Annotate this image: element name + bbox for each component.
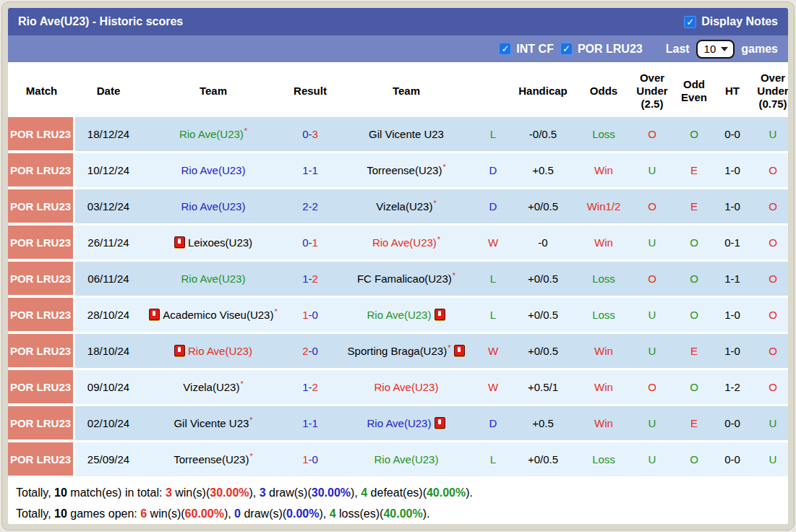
over-under-075-cell: O: [750, 298, 788, 332]
summary-segment: 10: [54, 507, 67, 520]
summary-segment: 6: [140, 507, 147, 520]
date-cell: 03/12/24: [75, 189, 142, 223]
home-team-name: Rio Ave(U23): [179, 128, 244, 140]
red-card-icon: [149, 309, 160, 320]
away-team-cell: Gil Vicente U23: [335, 117, 477, 151]
odds-cell: Loss: [577, 117, 630, 151]
summary-segment: 4: [330, 507, 336, 520]
table-row: POR LRU2302/10/24Gil Vicente U23*1-1Rio …: [8, 406, 788, 440]
date-cell: 09/10/24: [75, 370, 142, 404]
red-card-icon: [435, 417, 445, 429]
ht-score-cell: 0-0: [714, 442, 750, 476]
summary-segment: Totally,: [16, 507, 54, 520]
last-games-value: 10: [704, 43, 716, 55]
home-team-cell: Rio Ave(U23)*: [142, 117, 285, 151]
title-bar: Rio Ave(U23) - Historic scores ✓ Display…: [8, 8, 788, 35]
summary-segment: 10: [54, 486, 67, 499]
away-score: 0: [312, 309, 318, 321]
home-team-name: Rio Ave(U23): [181, 200, 246, 213]
odds-cell: Loss: [577, 442, 630, 476]
ht-score-cell: 0-0: [714, 406, 750, 440]
home-score: 1: [302, 309, 308, 321]
date-cell: 25/09/24: [75, 442, 142, 476]
date-cell: 18/10/24: [75, 334, 142, 368]
column-header: Handicap: [509, 64, 577, 115]
red-card-icon: [454, 345, 465, 356]
table-row: POR LRU2328/10/24Academico Viseu(U23)*1-…: [8, 298, 788, 332]
home-score: 0: [302, 236, 308, 249]
handicap-cell: +0/0.5: [509, 334, 577, 368]
odd-even-cell: E: [674, 406, 714, 440]
odd-even-cell: E: [674, 153, 714, 187]
date-cell: 06/11/24: [75, 262, 142, 296]
column-header: Over Under (0.75): [750, 64, 788, 115]
page-frame: Rio Ave(U23) - Historic scores ✓ Display…: [1, 1, 795, 531]
star-marker: *: [448, 343, 450, 352]
home-team-cell: Rio Ave(U23): [142, 153, 285, 187]
over-under-075-cell: O: [750, 226, 788, 259]
away-team-cell: Vizela(U23)*: [335, 189, 477, 223]
summary-segment: 40.00%: [427, 486, 466, 499]
away-score: 2: [312, 273, 318, 285]
odds-cell: Win: [577, 334, 630, 368]
home-team-cell: Rio Ave(U23): [142, 262, 285, 296]
wdl-cell: W: [477, 226, 509, 259]
star-marker: *: [244, 126, 247, 135]
summary-segment: 0.00%: [286, 507, 319, 520]
away-team-name: Rio Ave(U23): [367, 309, 432, 321]
date-cell: 02/10/24: [75, 406, 142, 440]
wdl-cell: D: [477, 406, 509, 440]
over-under-25-cell: O: [630, 262, 674, 296]
home-score: 1: [302, 273, 308, 285]
away-team-cell: Torreense(U23)*: [335, 153, 477, 187]
away-score: 1: [312, 417, 318, 429]
away-team-cell: Rio Ave(U23)*: [335, 226, 477, 259]
odds-cell: Win: [577, 370, 630, 404]
home-team-name: Gil Vicente U23: [174, 417, 249, 429]
over-under-075-cell: U: [750, 117, 788, 151]
summary-segment: win(s)(: [172, 486, 210, 499]
away-score: 3: [312, 128, 318, 140]
ht-score-cell: 1-0: [714, 153, 750, 187]
ht-score-cell: 1-0: [714, 298, 750, 332]
table-row: POR LRU2318/10/24Rio Ave(U23)2-0Sporting…: [8, 334, 788, 368]
handicap-cell: +0/0.5: [509, 298, 577, 332]
display-notes-checkbox[interactable]: ✓: [684, 16, 696, 28]
result-cell: 1-0: [285, 442, 335, 476]
history-table: MatchDateTeamResultTeamHandicapOddsOver …: [8, 62, 788, 479]
away-score: 2: [312, 200, 318, 213]
summary-segment: ).: [466, 486, 473, 499]
over-under-075-cell: O: [750, 189, 788, 223]
over-under-25-cell: O: [630, 189, 674, 223]
summary-footer: Totally, 10 match(es) in total: 3 win(s)…: [8, 479, 788, 524]
ht-score-cell: 0-0: [714, 117, 750, 151]
match-league-cell: POR LRU23: [8, 226, 75, 259]
games-label: games: [741, 43, 778, 56]
away-team-name: Rio Ave(U23): [375, 453, 439, 466]
home-team-name: Rio Ave(U23): [181, 273, 246, 285]
away-team-cell: Rio Ave(U23): [335, 442, 477, 476]
over-under-075-cell: O: [750, 334, 788, 368]
handicap-cell: +0/0.5: [509, 442, 577, 476]
page-title: Rio Ave(U23) - Historic scores: [18, 15, 183, 28]
summary-segment: 30.00%: [210, 486, 249, 499]
date-cell: 28/10/24: [75, 298, 142, 332]
home-team-cell: Rio Ave(U23): [142, 189, 285, 223]
star-marker: *: [437, 235, 440, 244]
summary-segment: 60.00%: [185, 507, 224, 520]
summary-segment: Totally,: [16, 486, 54, 499]
por-lru23-checkbox[interactable]: ✓: [560, 43, 573, 55]
ht-score-cell: 1-2: [714, 370, 750, 404]
handicap-cell: +0/0.5: [509, 262, 577, 296]
over-under-075-cell: O: [750, 153, 788, 187]
chevron-down-icon: [721, 47, 728, 51]
away-score: 1: [312, 164, 318, 176]
result-cell: 1-2: [285, 370, 335, 404]
over-under-25-cell: U: [630, 406, 674, 440]
summary-segment: 3: [166, 486, 172, 499]
home-team-name: Vizela(U23): [183, 381, 239, 393]
wdl-cell: W: [477, 334, 509, 368]
summary-segment: ),: [224, 507, 234, 520]
int-cf-checkbox[interactable]: ✓: [499, 43, 511, 55]
last-games-select[interactable]: 10: [696, 40, 735, 59]
